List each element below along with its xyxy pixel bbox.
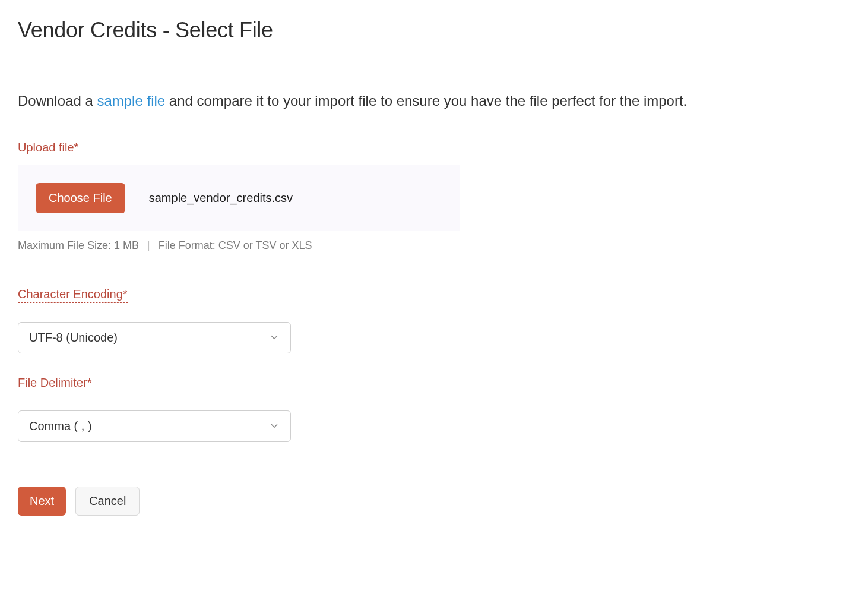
delimiter-section: File Delimiter* Comma ( , )	[18, 376, 850, 442]
cancel-button[interactable]: Cancel	[75, 487, 140, 516]
delimiter-select[interactable]: Comma ( , )	[18, 410, 291, 442]
actions-row: Next Cancel	[18, 487, 850, 516]
delimiter-value: Comma ( , )	[29, 419, 92, 433]
sample-file-link[interactable]: sample file	[97, 93, 165, 109]
selected-filename: sample_vendor_credits.csv	[149, 191, 293, 205]
chevron-down-icon	[269, 332, 280, 343]
page-header: Vendor Credits - Select File	[0, 0, 868, 61]
encoding-label: Character Encoding*	[18, 288, 128, 303]
upload-section: Upload file* Choose File sample_vendor_c…	[18, 141, 850, 252]
hint-file-format: File Format: CSV or TSV or XLS	[159, 239, 312, 252]
section-divider	[18, 465, 850, 465]
choose-file-button[interactable]: Choose File	[36, 183, 125, 213]
chevron-down-icon	[269, 421, 280, 431]
delimiter-label: File Delimiter*	[18, 376, 91, 391]
page-title: Vendor Credits - Select File	[18, 18, 850, 43]
encoding-select[interactable]: UTF-8 (Unicode)	[18, 322, 291, 353]
upload-hints: Maximum File Size: 1 MB | File Format: C…	[18, 239, 850, 252]
encoding-value: UTF-8 (Unicode)	[29, 331, 118, 345]
hint-max-size: Maximum File Size: 1 MB	[18, 239, 139, 252]
upload-label: Upload file*	[18, 141, 78, 154]
hint-separator: |	[147, 239, 150, 252]
next-button[interactable]: Next	[18, 487, 66, 516]
content-area: Download a sample file and compare it to…	[0, 61, 868, 539]
upload-dropzone: Choose File sample_vendor_credits.csv	[18, 165, 460, 231]
intro-prefix: Download a	[18, 93, 97, 109]
intro-text: Download a sample file and compare it to…	[18, 91, 850, 111]
intro-suffix: and compare it to your import file to en…	[165, 93, 687, 109]
encoding-section: Character Encoding* UTF-8 (Unicode)	[18, 288, 850, 353]
